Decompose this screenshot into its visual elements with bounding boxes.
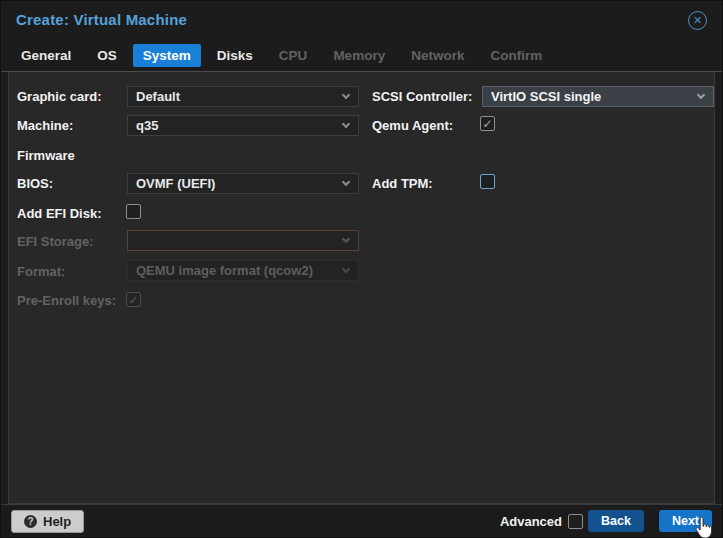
add-tpm-label: Add TPM: — [372, 176, 433, 191]
help-button-label: Help — [43, 514, 71, 529]
chevron-down-icon — [342, 91, 350, 99]
qemu-agent-label: Qemu Agent: — [372, 118, 453, 133]
graphic-card-value: Default — [136, 89, 180, 104]
chevron-down-icon — [342, 120, 350, 128]
tab-bar: General OS System Disks CPU Memory Netwo… — [1, 39, 722, 72]
bios-select[interactable]: OVMF (UEFI) — [127, 173, 359, 194]
qemu-agent-checkbox[interactable]: ✓ — [480, 116, 495, 131]
pre-enroll-keys-label: Pre-Enroll keys: — [17, 293, 116, 308]
efi-storage-label: EFI Storage: — [17, 234, 94, 249]
machine-value: q35 — [136, 118, 158, 133]
help-button[interactable]: ? Help — [11, 510, 84, 533]
scsi-controller-select[interactable]: VirtIO SCSI single — [482, 86, 714, 107]
efi-storage-select — [127, 230, 359, 251]
tab-network: Network — [401, 44, 474, 67]
advanced-label: Advanced — [500, 514, 562, 529]
tab-memory: Memory — [323, 44, 395, 67]
firmware-section-label: Firmware — [17, 148, 75, 163]
tab-cpu: CPU — [269, 44, 318, 67]
format-label: Format: — [17, 264, 65, 279]
next-button[interactable]: Next — [659, 510, 712, 532]
format-value: QEMU image format (qcow2) — [136, 263, 313, 278]
bios-value: OVMF (UEFI) — [136, 176, 215, 191]
graphic-card-select[interactable]: Default — [127, 86, 359, 107]
system-form-panel: Graphic card: Default Machine: q35 Firmw… — [8, 72, 715, 504]
graphic-card-label: Graphic card: — [17, 89, 102, 104]
scsi-controller-label: SCSI Controller: — [372, 89, 472, 104]
advanced-checkbox[interactable] — [568, 514, 583, 529]
tab-os[interactable]: OS — [87, 44, 127, 67]
close-icon[interactable]: ✕ — [688, 11, 707, 30]
add-efi-disk-checkbox[interactable] — [126, 204, 141, 219]
bios-label: BIOS: — [17, 176, 53, 191]
chevron-down-icon — [342, 265, 350, 273]
title-bar: Create: Virtual Machine ✕ — [1, 1, 722, 39]
footer-bar: ? Help Advanced Back Next — [1, 504, 722, 537]
tab-confirm: Confirm — [480, 44, 552, 67]
chevron-down-icon — [697, 91, 705, 99]
chevron-down-icon — [342, 178, 350, 186]
format-select: QEMU image format (qcow2) — [127, 260, 359, 281]
add-tpm-checkbox[interactable] — [480, 174, 495, 189]
dialog-title: Create: Virtual Machine — [16, 11, 187, 28]
add-efi-disk-label: Add EFI Disk: — [17, 206, 102, 221]
tab-disks[interactable]: Disks — [207, 44, 263, 67]
tab-general[interactable]: General — [11, 44, 81, 67]
scsi-controller-value: VirtIO SCSI single — [491, 89, 601, 104]
back-button[interactable]: Back — [588, 510, 644, 532]
create-vm-dialog: Create: Virtual Machine ✕ General OS Sys… — [0, 0, 723, 538]
tab-system[interactable]: System — [133, 44, 201, 67]
help-icon: ? — [24, 515, 37, 528]
pre-enroll-keys-checkbox: ✓ — [126, 292, 141, 307]
machine-select[interactable]: q35 — [127, 115, 359, 136]
machine-label: Machine: — [17, 118, 73, 133]
chevron-down-icon — [342, 235, 350, 243]
